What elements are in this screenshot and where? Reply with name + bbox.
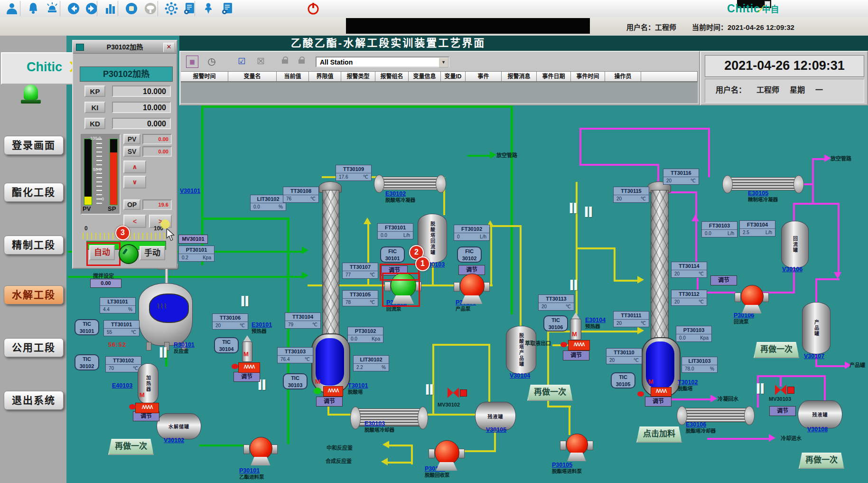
bar-chart-icon[interactable] [103,1,118,16]
kp-value[interactable]: 10.000 [112,85,171,97]
alarm-table-body[interactable] [181,82,698,103]
adjust-button[interactable]: 调节 [769,406,796,416]
stop-icon[interactable] [124,1,139,16]
adjust-button[interactable]: 调节 [710,275,737,285]
alarm-column-12[interactable]: 事件时间 [571,71,605,82]
gear-network-icon[interactable] [164,1,178,16]
electric-heater[interactable]: ΛΛΛΛ [568,340,590,350]
sidebar-item-2[interactable]: 酯化工段 [4,183,64,202]
horizontal-tank[interactable]: 水解储罐 [157,413,201,439]
controller-TIC30101[interactable]: TIC30101 [75,319,99,335]
equip-id[interactable]: V30105 [486,427,506,433]
valve-MV30103[interactable] [775,385,786,395]
adjust-button[interactable]: 调节 [645,397,672,407]
pump-P30103[interactable] [454,274,490,308]
alarm-column-10[interactable]: 报警消息 [502,71,537,82]
equip-id[interactable]: E30103 [364,421,394,427]
sidebar-item-5[interactable]: 公用工段 [4,338,64,357]
alarm-column-6[interactable]: 报警组名 [375,71,409,82]
kd-value[interactable]: 0.000 [112,118,171,129]
equip-id[interactable]: E30101 [252,322,272,328]
increment-button[interactable]: ∧ [123,161,146,173]
equip-id[interactable]: V30101 [180,188,200,194]
adjust-button[interactable]: 调节 [316,397,343,407]
power-icon[interactable] [306,1,320,16]
alarm-column-8[interactable]: 变量ID [441,71,466,82]
alarm-column-13[interactable]: 操作员 [605,71,641,82]
controller-TIC30106[interactable]: TIC30106 [543,315,568,331]
sidebar-item-1[interactable]: 登录画面 [4,136,64,155]
manual-mode-button[interactable]: 手动 [140,246,165,260]
action-button-再做一次[interactable]: 再做一次 [799,453,844,469]
alarm-column-2[interactable]: 变量名 [228,71,277,82]
dropdown-arrow-icon[interactable]: ▼ [439,57,448,67]
equip-id[interactable]: V30106 [782,266,803,273]
alarm-column-11[interactable]: 事件日期 [537,71,571,82]
ack-check-icon[interactable]: ☑ [236,56,247,67]
column-T30101-body[interactable] [322,190,339,337]
reactor-R30101[interactable]: ⌇⌇⌇ [136,262,198,347]
vertical-tank[interactable]: 回流罐 [781,221,809,268]
alarm-column-5[interactable]: 报警类型 [341,71,375,82]
column-T30102-body[interactable] [651,190,669,339]
field-MV30101[interactable]: MV30101 [178,235,208,244]
alarm-column-1[interactable]: 报警时间 [181,71,228,82]
sp-bar[interactable] [110,139,118,205]
electric-heater[interactable]: ΛΛΛΛ [238,362,260,373]
horizontal-tank[interactable]: 残液罐 [475,402,516,430]
horizontal-tank[interactable]: 残液罐 [798,400,842,428]
back-icon[interactable] [66,1,81,16]
electric-heater[interactable]: ΛΛΛΛ [651,387,672,397]
alarm-column-3[interactable]: 当前值 [277,71,309,82]
adjust-button[interactable]: 调节 [563,350,589,360]
controller-TIC30105[interactable]: TIC30105 [611,372,635,388]
equip-id[interactable]: E30102 [385,191,415,197]
pump-P30104[interactable] [429,440,465,474]
action-button-再做一次[interactable]: 再做一次 [527,385,573,401]
user-icon[interactable] [5,1,19,16]
equip-id[interactable]: V30104 [510,373,530,379]
alarm-column-7[interactable]: 变量信息 [409,71,441,82]
decrement-button[interactable]: ∨ [123,176,146,189]
controller-FIC30102[interactable]: FIC30102 [457,246,482,263]
bell-icon[interactable] [26,1,40,16]
action-button-再做一次[interactable]: 再做一次 [754,342,799,358]
controller-TIC30103[interactable]: TIC30103 [283,373,308,389]
op-left-button[interactable]: < [123,215,146,228]
ack-cancel-icon[interactable]: ☒ [255,56,266,67]
alarm-column-9[interactable]: 事件 [466,71,502,82]
valve-MV30102[interactable] [448,388,459,398]
controller-FIC30101[interactable]: FIC30101 [380,246,405,263]
alarm-grid-icon[interactable]: ▦ [186,56,198,68]
unlock-icon[interactable] [299,59,305,64]
dialog-titlebar[interactable]: P30102加热 [73,41,177,54]
person-pin-icon[interactable] [201,1,215,16]
controller-TIC30104[interactable]: TIC30104 [214,337,239,353]
siren-icon[interactable] [45,1,59,16]
controller-TIC30102[interactable]: TIC30102 [75,354,99,370]
sidebar-item-3[interactable]: 精制工段 [4,236,64,255]
close-icon[interactable]: ✕ [163,43,175,52]
equip-id[interactable]: T30102 [678,379,698,386]
sidebar-item-4[interactable]: 水解工段 [4,285,64,304]
lock-icon[interactable] [282,59,288,64]
field-0.00[interactable]: 0.00 [90,279,121,288]
preheater-vessel[interactable] [242,335,252,362]
equip-id[interactable]: V30107 [804,353,824,360]
adjust-button[interactable]: 调节 [233,372,260,382]
equip-id[interactable]: E30104 [585,317,606,323]
ki-value[interactable]: 10.000 [112,102,171,113]
sidebar-item-6[interactable]: 退出系统 [4,391,64,410]
equip-id[interactable]: E40103 [112,383,132,389]
electric-heater[interactable]: ΛΛΛΛ [323,386,343,397]
station-dropdown[interactable]: All Station▼ [316,57,449,67]
pump-P30106[interactable] [735,285,769,317]
electric-heater[interactable]: ΛΛΛΛ [135,403,159,413]
equip-id[interactable]: T30101 [348,383,368,389]
op-readout[interactable]: 19.6 [142,199,172,210]
action-button-点击加料[interactable]: 点击加料 [636,426,682,443]
mode-knob[interactable] [119,244,139,264]
eye-icon[interactable] [143,1,158,16]
action-button-再做一次[interactable]: 再做一次 [108,439,154,455]
equip-id[interactable]: R30101 [174,342,195,348]
